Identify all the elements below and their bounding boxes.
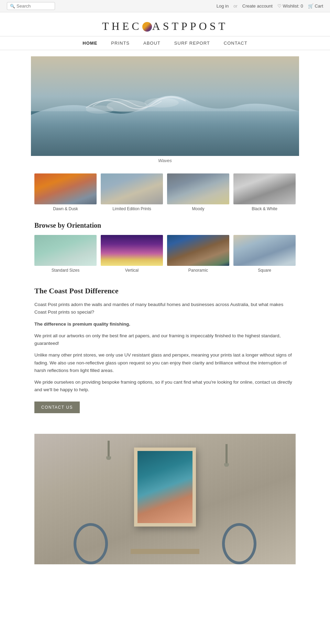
logo-c: C (132, 20, 142, 32)
search-icon: 🔍 (10, 4, 15, 9)
standard-label: Standard Sizes (34, 268, 97, 273)
hero-label: Waves (31, 158, 299, 163)
square-label: Square (233, 268, 296, 273)
about-para-3: We print all our artworks on only the be… (34, 332, 296, 348)
nav-surf-report[interactable]: SURF REPORT (174, 41, 210, 46)
dawn-dusk-label: Dawn & Dusk (34, 206, 97, 211)
login-link[interactable]: Log in (217, 3, 229, 9)
category-grid: Dawn & Dusk Limited Edition Prints Moody… (31, 173, 299, 211)
about-para-1: Coast Post prints adorn the walls and ma… (34, 301, 296, 316)
framed-print (134, 448, 196, 527)
bw-label: Black & White (233, 206, 296, 211)
heart-icon: ♡ (277, 3, 282, 9)
chair-left (74, 523, 108, 564)
bw-thumb (233, 173, 296, 204)
room-image (34, 434, 296, 564)
bottom-image-section (31, 434, 299, 564)
panoramic-thumb (167, 235, 229, 266)
category-dawn-dusk[interactable]: Dawn & Dusk (34, 173, 97, 211)
panoramic-label: Panoramic (167, 268, 229, 273)
lamp-right (226, 444, 228, 465)
print-artwork (138, 451, 192, 523)
nav-home[interactable]: HOME (82, 41, 97, 46)
about-title: The Coast Post Difference (34, 286, 296, 295)
top-bar: 🔍 Log in or Create account ♡ Wishlist: 0… (0, 0, 330, 12)
about-section: The Coast Post Difference Coast Post pri… (31, 286, 299, 423)
cart-label: Cart (315, 3, 323, 9)
about-para-4: Unlike many other print stores, we only … (34, 351, 296, 374)
moody-thumb (167, 173, 229, 204)
logo-area: THECASTPPOST (0, 12, 330, 36)
svg-point-2 (107, 100, 148, 112)
cart-icon: 🛒 (308, 3, 314, 9)
svg-point-3 (86, 105, 113, 114)
vertical-label: Vertical (101, 268, 163, 273)
logo-circle-icon (142, 22, 152, 32)
create-account-link[interactable]: Create account (242, 3, 273, 9)
wishlist-label: Wishlist: 0 (283, 3, 303, 9)
room-table (131, 549, 199, 554)
moody-label: Moody (167, 206, 229, 211)
about-para-5: We pride ourselves on providing bespoke … (34, 379, 296, 394)
hero-svg (31, 56, 299, 156)
chair-right (222, 523, 256, 564)
wishlist-link[interactable]: ♡ Wishlist: 0 (277, 3, 303, 9)
search-box[interactable]: 🔍 (7, 2, 55, 10)
cart-link[interactable]: 🛒 Cart (308, 3, 323, 9)
logo-suffix1: AST (152, 20, 181, 32)
limited-edition-label: Limited Edition Prints (101, 206, 163, 211)
orientation-square[interactable]: Square (233, 235, 296, 273)
category-black-white[interactable]: Black & White (233, 173, 296, 211)
about-para-2-strong: The difference is premium quality finish… (34, 321, 130, 327)
vertical-thumb (101, 235, 163, 266)
dawn-dusk-thumb (34, 173, 97, 204)
lamp-left (108, 441, 110, 458)
or-separator: or (233, 3, 238, 9)
category-moody[interactable]: Moody (167, 173, 229, 211)
hero-image (31, 56, 299, 156)
nav-prints[interactable]: PRINTS (111, 41, 130, 46)
square-thumb (233, 235, 296, 266)
standard-thumb (34, 235, 97, 266)
about-para-2: The difference is premium quality finish… (34, 320, 296, 328)
limited-edition-thumb (101, 173, 163, 204)
main-nav: HOME PRINTS ABOUT SURF REPORT CONTACT (0, 36, 330, 50)
svg-point-4 (144, 98, 179, 108)
logo-prefix: THE (102, 20, 132, 32)
orientation-standard[interactable]: Standard Sizes (34, 235, 97, 273)
orientation-title: Browse by Orientation (31, 222, 299, 229)
orientation-grid: Standard Sizes Vertical Panoramic Square (31, 235, 299, 273)
category-limited-edition[interactable]: Limited Edition Prints (101, 173, 163, 211)
nav-about[interactable]: ABOUT (143, 41, 161, 46)
hero-section: Waves (31, 56, 299, 163)
orientation-panoramic[interactable]: Panoramic (167, 235, 229, 273)
svg-rect-0 (31, 56, 299, 156)
search-input[interactable] (16, 3, 52, 9)
site-logo[interactable]: THECASTPPOST (3, 20, 327, 33)
svg-rect-1 (31, 111, 299, 156)
orientation-vertical[interactable]: Vertical (101, 235, 163, 273)
nav-contact[interactable]: CONTACT (224, 41, 248, 46)
top-right-nav: Log in or Create account ♡ Wishlist: 0 🛒… (217, 3, 323, 9)
logo-suffix2: POST (190, 20, 228, 32)
contact-us-button[interactable]: CONTACT US (34, 402, 80, 413)
